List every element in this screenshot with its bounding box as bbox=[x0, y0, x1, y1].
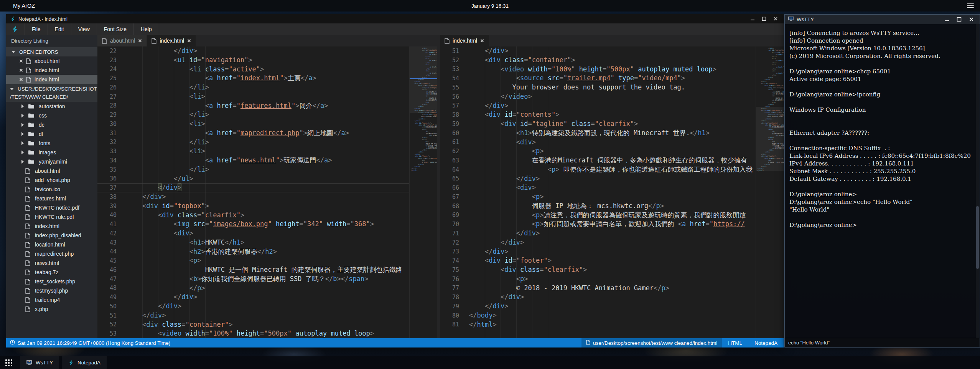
chevron-right-icon[interactable] bbox=[21, 132, 24, 136]
code-line[interactable]: 72 </div> bbox=[440, 238, 756, 247]
minimize-button[interactable] bbox=[750, 16, 755, 22]
pane-divider[interactable] bbox=[437, 35, 440, 338]
code-line[interactable]: 52 <div class="container"> bbox=[440, 56, 756, 65]
maximize-button[interactable] bbox=[761, 16, 767, 22]
chevron-right-icon[interactable] bbox=[21, 104, 24, 108]
code-line[interactable]: 51 </div> bbox=[440, 46, 756, 56]
sidebar-file-teabag.7z[interactable]: teabag.7z bbox=[6, 268, 97, 277]
workspace-root-item[interactable]: USER:/DESKTOP/SCREENSHOT /TEST/WWW CLEAN… bbox=[6, 84, 97, 102]
sidebar-file-HKWTC notice.pdf[interactable]: HKWTC notice.pdf bbox=[6, 203, 97, 212]
code-line[interactable]: 61 <div> bbox=[440, 138, 756, 147]
code-line[interactable]: 74 <div id="footer"> bbox=[440, 256, 756, 265]
code-line[interactable]: 58 <div id="contents"> bbox=[440, 110, 756, 119]
code-line[interactable]: 34 <a href="news.html">玩家傳送門</a> bbox=[97, 156, 409, 165]
code-line[interactable]: 66 <div> bbox=[440, 183, 756, 192]
menu-edit[interactable]: Edit bbox=[48, 23, 71, 35]
code-line[interactable]: 25 <a href="index.html">主頁</a> bbox=[97, 74, 409, 83]
code-line[interactable]: 38 </div> bbox=[97, 192, 409, 202]
close-tab-icon[interactable] bbox=[480, 39, 484, 43]
sidebar-file-test_sockets.php[interactable]: test_sockets.php bbox=[6, 277, 97, 286]
code-line[interactable]: 42 <div> bbox=[97, 229, 409, 238]
code-line[interactable]: 65 </div> bbox=[440, 174, 756, 184]
code-line[interactable]: 79 </div> bbox=[440, 302, 756, 311]
code-line[interactable]: 60 <h1>特別為建築及鐵路而設，現代化的 Minecraft 世界.</h1… bbox=[440, 129, 756, 138]
sidebar-file-mapredirect.php[interactable]: mapredirect.php bbox=[6, 249, 97, 258]
open-editors-section[interactable]: OPEN EDITORS bbox=[6, 47, 97, 56]
code-line[interactable]: 78 </div> bbox=[440, 293, 756, 302]
taskbar-item-wstty[interactable]: WsTTY bbox=[20, 356, 59, 369]
code-line[interactable]: 28 <a href="features.html">簡介</a> bbox=[97, 101, 409, 111]
code-line[interactable]: 37 </div> bbox=[97, 183, 409, 192]
sidebar-file-HKWTC rule.pdf[interactable]: HKWTC rule.pdf bbox=[6, 212, 97, 222]
sidebar-file-trailer.mp4[interactable]: trailer.mp4 bbox=[6, 295, 97, 304]
close-icon[interactable] bbox=[19, 68, 23, 72]
code-line[interactable]: 81</html> bbox=[440, 320, 756, 329]
close-button[interactable] bbox=[773, 16, 778, 22]
open-editor-item[interactable]: about.html bbox=[6, 56, 97, 66]
code-line[interactable]: 73 </div> bbox=[440, 247, 756, 256]
chevron-right-icon[interactable] bbox=[21, 123, 24, 127]
wstty-titlebar[interactable]: WsTTY bbox=[785, 15, 980, 24]
open-editor-item[interactable]: index.html bbox=[6, 75, 97, 84]
code-line[interactable]: 67 <p> bbox=[440, 192, 756, 202]
code-line[interactable]: 51 </div> bbox=[97, 311, 409, 320]
scrollbar-thumb[interactable] bbox=[976, 206, 979, 269]
sidebar-folder-images[interactable]: images bbox=[6, 148, 97, 157]
sidebar-folder-css[interactable]: css bbox=[6, 111, 97, 120]
chevron-right-icon[interactable] bbox=[21, 114, 24, 117]
menu-file[interactable]: File bbox=[25, 23, 48, 35]
close-tab-icon[interactable] bbox=[138, 39, 142, 43]
sidebar-file-favicon.ico[interactable]: favicon.ico bbox=[6, 185, 97, 194]
code-line[interactable]: 23 <ul id="navigation"> bbox=[97, 56, 409, 65]
chevron-right-icon[interactable] bbox=[21, 160, 24, 164]
code-line[interactable]: 26 </li> bbox=[97, 83, 409, 92]
code-line[interactable]: 24 <li class="active"> bbox=[97, 65, 409, 74]
code-line[interactable]: 41 <img src="images/box.png" height="342… bbox=[97, 220, 409, 229]
sidebar-file-index.html[interactable]: index.html bbox=[6, 222, 97, 231]
sidebar-file-x.php[interactable]: x.php bbox=[6, 304, 97, 314]
sidebar-file-about.html[interactable]: about.html bbox=[6, 166, 97, 175]
minimap-viewport[interactable] bbox=[410, 46, 437, 113]
code-line[interactable]: 62 <p> bbox=[440, 147, 756, 156]
sidebar-folder-dc[interactable]: dc bbox=[6, 120, 97, 129]
code-line[interactable]: 64 <p> 即使你不是建築師，你也能透過紅石師或鐵路工程師的身份加入我 bbox=[440, 165, 756, 174]
code-line[interactable]: 48 </p> bbox=[97, 284, 409, 293]
code-line[interactable]: 76 <p> bbox=[440, 275, 756, 284]
code-line[interactable]: 53 <video width="100%" height="500px" au… bbox=[97, 329, 409, 338]
sidebar-file-features.html[interactable]: features.html bbox=[6, 194, 97, 203]
tab-about.html[interactable]: about.html bbox=[97, 35, 147, 46]
code-line[interactable]: 46 HKWTC 是一個 Minecraft 的建築伺服器，主要建築計劃包括鐵路 bbox=[97, 265, 409, 275]
sidebar-folder-dl[interactable]: dl bbox=[6, 129, 97, 139]
code-line[interactable]: 70 <p>如有問題或需要申請白名單，歡迎加入我們的 <a href="http… bbox=[440, 220, 756, 229]
menu-help[interactable]: Help bbox=[133, 23, 159, 35]
tab-index.html[interactable]: index.html bbox=[440, 35, 489, 46]
code-line[interactable]: 77 © 2018 - 2019 HKWTC Animation Gamer</… bbox=[440, 284, 756, 293]
code-line[interactable]: 44 <h2>香港的建築伺服器</h2> bbox=[97, 247, 409, 256]
terminal-output[interactable]: [info] Conencting to arozos WsTTY servic… bbox=[785, 24, 976, 338]
sidebar-folder-yamiyamimi[interactable]: yamiyamimi bbox=[6, 157, 97, 166]
code-editor[interactable]: 22 </div>23 <ul id="navigation">24 <li c… bbox=[97, 46, 409, 338]
code-line[interactable]: 45 <p> bbox=[97, 256, 409, 265]
code-line[interactable]: 35 </li> bbox=[97, 165, 409, 174]
maximize-button[interactable] bbox=[956, 17, 962, 22]
code-line[interactable]: 32 </li> bbox=[97, 138, 409, 147]
code-line[interactable]: 55 Your browser does not support the vid… bbox=[440, 83, 756, 92]
open-editor-item[interactable]: index.html bbox=[6, 66, 97, 75]
code-line[interactable]: 75 <div class="clearfix"> bbox=[440, 265, 756, 275]
minimap-viewport[interactable] bbox=[756, 107, 784, 171]
code-line[interactable]: 49 </div> bbox=[97, 293, 409, 302]
chevron-right-icon[interactable] bbox=[21, 141, 24, 145]
terminal-scrollbar[interactable] bbox=[976, 24, 979, 338]
close-icon[interactable] bbox=[19, 78, 23, 81]
code-line[interactable]: 52 <div class="container"> bbox=[97, 320, 409, 329]
chevron-right-icon[interactable] bbox=[21, 151, 24, 154]
minimap[interactable]: </div> <ul id="navigation"> <li class="a… bbox=[756, 46, 784, 338]
close-button[interactable] bbox=[968, 17, 974, 22]
code-line[interactable]: 50 </div> bbox=[97, 302, 409, 311]
terminal-input[interactable]: echo "Hello World" bbox=[785, 338, 980, 347]
app-launcher-button[interactable] bbox=[0, 356, 18, 369]
code-line[interactable]: 63 在香港的Minecraft 伺服器中，多為小遊戲和純生存的伺服器，較少擁有 bbox=[440, 156, 756, 165]
code-line[interactable]: 59 <div id="tagline" class="clearfix"> bbox=[440, 119, 756, 129]
chevron-down-icon[interactable] bbox=[10, 88, 14, 90]
code-line[interactable]: 43 <h1>HKWTC</h1> bbox=[97, 238, 409, 247]
